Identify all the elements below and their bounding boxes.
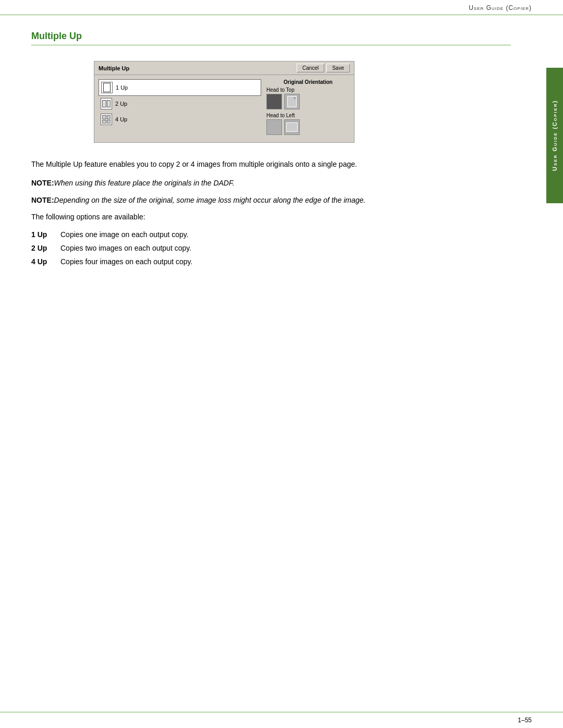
note2: NOTE:Depending on the size of the origin… — [31, 194, 511, 206]
option-4up[interactable]: 4 Up — [99, 112, 261, 127]
head-to-top-selected[interactable] — [266, 94, 282, 109]
head-to-left-icons — [266, 119, 350, 135]
ui-panel-buttons: Cancel Save — [297, 64, 350, 72]
icon-1up — [101, 82, 113, 93]
header-title: User Guide (Copier) — [469, 4, 532, 11]
head-to-left-box2[interactable] — [284, 119, 300, 135]
head-to-top-label: Head to Top — [266, 87, 350, 93]
option-1up-label: 1 Up — [116, 84, 128, 91]
head-to-left-row: Head to Left — [266, 113, 350, 135]
note1: NOTE:When using this feature place the o… — [31, 177, 511, 189]
head-to-top-row: Head to Top — [266, 87, 350, 109]
icon-2up — [101, 98, 112, 109]
def-desc-2up: Copies two images on each output copy. — [60, 244, 191, 252]
def-item-4up: 4 Up Copies four images on each output c… — [31, 257, 511, 266]
orient-inner-landscape — [286, 122, 298, 132]
page-number: 1–55 — [518, 717, 532, 724]
def-item-2up: 2 Up Copies two images on each output co… — [31, 244, 511, 252]
body-paragraph: The Multiple Up feature enables you to c… — [31, 158, 511, 170]
orient-inner-portrait — [287, 96, 297, 107]
orientation-title: Original Orientation — [266, 79, 350, 85]
ui-panel-title: Multiple Up — [99, 65, 297, 71]
ui-options: 1 Up 2 Up 4 U — [99, 79, 261, 138]
def-item-1up: 1 Up Copies one image on each output cop… — [31, 230, 511, 239]
icon-4up — [101, 114, 112, 125]
ui-panel-header: Multiple Up Cancel Save — [94, 61, 354, 75]
option-4up-label: 4 Up — [115, 116, 127, 122]
def-term-1up: 1 Up — [31, 230, 52, 239]
def-term-4up: 4 Up — [31, 257, 52, 266]
page-header: User Guide (Copier) — [0, 0, 563, 15]
def-desc-1up: Copies one image on each output copy. — [60, 230, 189, 239]
head-to-top-icons — [266, 94, 350, 109]
head-to-left-label: Head to Left — [266, 113, 350, 118]
head-to-top-alt[interactable] — [284, 94, 300, 109]
sidebar-tab: User Guide (Copier) — [546, 68, 563, 203]
note1-italic: When using this feature place the origin… — [54, 179, 235, 187]
ui-orientation: Original Orientation Head to Top Hea — [266, 79, 350, 138]
cancel-button[interactable]: Cancel — [297, 64, 324, 72]
option-2up[interactable]: 2 Up — [99, 96, 261, 112]
option-2up-label: 2 Up — [115, 101, 127, 107]
option-1up[interactable]: 1 Up — [99, 79, 261, 96]
section-title: Multiple Up — [31, 31, 511, 45]
head-to-left-box1[interactable] — [266, 119, 282, 135]
note2-italic: Depending on the size of the original, s… — [54, 196, 366, 204]
ui-panel-body: 1 Up 2 Up 4 U — [94, 75, 354, 142]
def-term-2up: 2 Up — [31, 244, 52, 252]
save-button[interactable]: Save — [326, 64, 350, 72]
note1-bold: NOTE: — [31, 179, 54, 187]
def-desc-4up: Copies four images on each output copy. — [60, 257, 192, 266]
ui-panel: Multiple Up Cancel Save 1 Up — [94, 61, 354, 143]
note2-bold: NOTE: — [31, 196, 54, 204]
page-footer: 1–55 — [0, 712, 563, 728]
definition-list: 1 Up Copies one image on each output cop… — [31, 230, 511, 266]
main-content: Multiple Up Multiple Up Cancel Save 1 Up — [0, 15, 563, 292]
following-text: The following options are available: — [31, 211, 511, 223]
sidebar-tab-label: User Guide (Copier) — [552, 100, 558, 171]
